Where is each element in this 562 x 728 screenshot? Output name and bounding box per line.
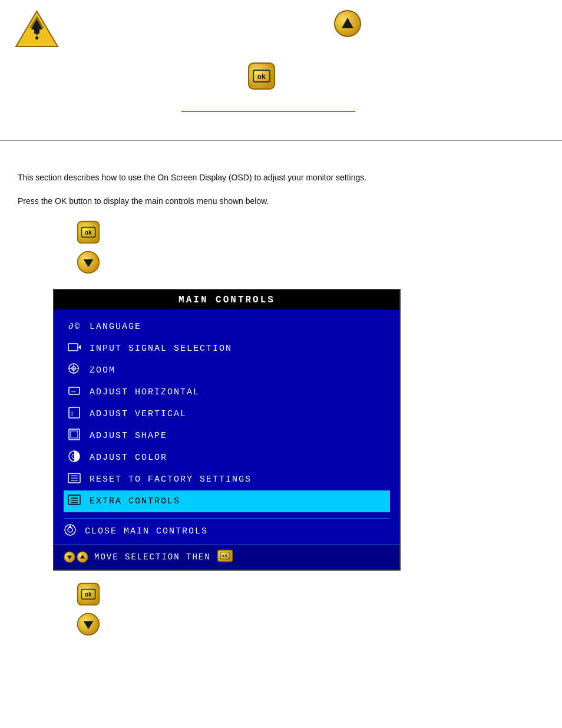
warning-icon: ! (15, 9, 59, 52)
menu-item-extra-controls[interactable]: EXTRA CONTROLS (64, 490, 390, 512)
menu-item-zoom-label: ZOOM (90, 365, 115, 375)
adjust-shape-icon (67, 428, 81, 444)
osd-bottom-label: MOVE SELECTION THEN (94, 552, 211, 562)
svg-text:∂©: ∂© (68, 322, 81, 331)
osd-title: MAIN CONTROLS (54, 290, 399, 310)
svg-text:ok: ok (222, 554, 228, 558)
svg-point-40 (68, 528, 72, 532)
page-wrapper: ! (0, 0, 562, 639)
osd-menu: MAIN CONTROLS ∂© LANGUAGE (53, 289, 401, 571)
input-signal-icon (67, 341, 81, 357)
osd-close-label: CLOSE MAIN CONTROLS (85, 526, 208, 536)
spacer1 (18, 147, 544, 171)
menu-item-horizontal-label: ADJUST HORIZONTAL (90, 387, 200, 397)
menu-item-input-signal[interactable]: INPUT SIGNAL SELECTION (64, 338, 390, 360)
osd-menu-items: ∂© LANGUAGE INPUT SIGNAL SELECTION (54, 310, 399, 518)
menu-item-language[interactable]: ∂© LANGUAGE (64, 316, 390, 338)
svg-text:↔: ↔ (70, 387, 78, 396)
menu-item-adjust-shape[interactable]: ADJUST SHAPE (64, 425, 390, 447)
ok-button-top[interactable]: ok (247, 62, 276, 93)
arrows-combo-icon (64, 551, 88, 563)
intro-paragraph-1: This section describes how to use the On… (18, 171, 544, 185)
menu-item-vertical-label: ADJUST VERTICAL (90, 409, 187, 419)
svg-marker-18 (78, 345, 81, 350)
down-arrow-button-before-menu[interactable] (18, 251, 544, 277)
section-divider (0, 140, 562, 141)
svg-text:ok: ok (85, 230, 92, 236)
intro-paragraph-2: Press the OK button to display the main … (18, 195, 544, 209)
adjust-vertical-icon: ↕ (67, 406, 81, 422)
zoom-icon (67, 363, 81, 378)
up-arrow-button-top[interactable] (333, 9, 362, 41)
close-icon (64, 523, 77, 539)
top-area: ! (0, 0, 562, 147)
svg-rect-5 (34, 29, 39, 34)
menu-item-adjust-color[interactable]: ADJUST COLOR (64, 447, 390, 469)
ok-button-before-menu[interactable]: ok (18, 220, 544, 247)
language-icon: ∂© (67, 319, 81, 335)
svg-text:ok: ok (85, 592, 92, 598)
menu-item-color-label: ADJUST COLOR (90, 453, 167, 463)
orange-underline (181, 111, 355, 112)
main-content: This section describes how to use the On… (0, 147, 562, 639)
down-arrow-button-after-menu[interactable] (18, 612, 544, 639)
extra-controls-icon (67, 493, 81, 509)
osd-close-row[interactable]: CLOSE MAIN CONTROLS (54, 519, 399, 544)
menu-item-reset[interactable]: RESET TO FACTORY SETTINGS (64, 469, 390, 490)
svg-text:ok: ok (257, 73, 266, 81)
menu-item-shape-label: ADJUST SHAPE (90, 431, 167, 441)
reset-icon (67, 472, 81, 487)
menu-item-reset-label: RESET TO FACTORY SETTINGS (90, 475, 252, 485)
adjust-horizontal-icon: ↔ (67, 384, 81, 400)
ok-badge-bottom: ok (217, 549, 233, 565)
menu-item-zoom[interactable]: ZOOM (64, 360, 390, 381)
svg-rect-28 (71, 431, 78, 438)
ok-button-after-menu[interactable]: ok (18, 582, 544, 609)
menu-item-adjust-horizontal[interactable]: ↔ ADJUST HORIZONTAL (64, 381, 390, 403)
menu-item-adjust-vertical[interactable]: ↕ ADJUST VERTICAL (64, 403, 390, 425)
menu-item-language-label: LANGUAGE (90, 322, 141, 332)
svg-rect-17 (68, 344, 78, 351)
menu-item-input-label: INPUT SIGNAL SELECTION (90, 344, 232, 354)
svg-text:↕: ↕ (70, 409, 75, 417)
menu-item-extra-label: EXTRA CONTROLS (90, 496, 180, 506)
adjust-color-icon (67, 450, 81, 466)
osd-bottom-bar: MOVE SELECTION THEN ok (54, 544, 399, 569)
